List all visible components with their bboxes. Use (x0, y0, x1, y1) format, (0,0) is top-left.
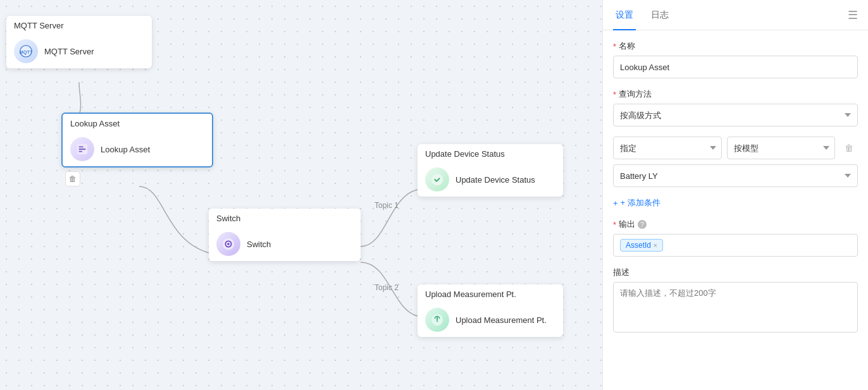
name-label: * 名称 (613, 40, 858, 52)
mqtt-icon: MQTT (14, 39, 38, 63)
tab-settings[interactable]: 设置 (613, 0, 636, 30)
svg-rect-3 (79, 146, 84, 147)
delete-lookup-button[interactable]: 🗑 (65, 171, 80, 186)
lookup-icon (70, 137, 94, 161)
svg-point-9 (431, 174, 443, 185)
desc-section: 描述 (613, 267, 858, 335)
add-condition-icon: + (613, 198, 618, 208)
output-label-text: 输出 (619, 219, 635, 230)
output-tag-text: AssetId (626, 241, 651, 250)
output-label: * 输出 ? (613, 219, 858, 230)
output-section: * 输出 ? AssetId × (613, 219, 858, 257)
tab-logs[interactable]: 日志 (648, 0, 671, 30)
node-lookup[interactable]: Lookup Asset Lookup Asset 🗑 (61, 113, 213, 168)
topic-label-2: Topic 2 (375, 283, 399, 292)
model-select[interactable]: 按模型 按名称 (727, 137, 836, 159)
node-mqtt-label: MQTT Server (44, 47, 94, 56)
add-condition-button[interactable]: + + 添加条件 (613, 197, 858, 209)
node-upload-label: Upload Measurement Pt. (456, 315, 547, 325)
node-update-label: Update Device Status (456, 175, 535, 185)
add-condition-label: + 添加条件 (621, 197, 660, 209)
query-label-text: 查询方法 (619, 88, 652, 100)
name-section: * 名称 (613, 40, 858, 78)
node-update[interactable]: Update Device Status Update Device Statu… (418, 144, 563, 197)
svg-point-8 (227, 243, 230, 245)
menu-icon[interactable]: ☰ (848, 8, 858, 22)
node-lookup-header: Lookup Asset (63, 114, 212, 132)
output-tag: AssetId × (620, 239, 663, 252)
svg-rect-5 (79, 151, 83, 152)
node-switch-label: Switch (247, 240, 271, 249)
output-field[interactable]: AssetId × (613, 234, 858, 257)
output-required-star: * (613, 220, 616, 229)
delete-row-button[interactable]: 🗑 (840, 139, 858, 157)
query-required-star: * (613, 90, 616, 99)
desc-label: 描述 (613, 267, 858, 278)
name-required-star: * (613, 42, 616, 51)
node-upload[interactable]: Upload Measurement Pt. Upload Measuremen… (418, 284, 563, 337)
desc-textarea[interactable] (613, 282, 858, 332)
specify-select[interactable]: 指定 全部 (613, 137, 722, 159)
node-switch[interactable]: Switch Switch (209, 209, 361, 261)
upload-icon (425, 308, 449, 332)
panel-content: * 名称 * 查询方法 按高级方式 按简单方式 指定 全部 (603, 30, 868, 390)
node-mqtt-header: MQTT Server (6, 16, 152, 34)
specify-section: 指定 全部 按模型 按名称 🗑 Battery LY Other (613, 137, 858, 187)
node-upload-header: Upload Measurement Pt. (418, 284, 563, 303)
name-label-text: 名称 (619, 40, 635, 52)
panel-tabs: 设置 日志 ☰ (603, 0, 868, 30)
node-update-header: Update Device Status (418, 144, 563, 162)
query-section: * 查询方法 按高级方式 按简单方式 (613, 88, 858, 126)
canvas-area: Topic 1 Topic 2 MQTT Server MQTT MQTT Se… (0, 0, 602, 390)
node-lookup-label: Lookup Asset (101, 145, 150, 154)
svg-text:MQTT: MQTT (20, 49, 33, 55)
query-label: * 查询方法 (613, 88, 858, 100)
node-switch-header: Switch (209, 209, 361, 227)
battery-select[interactable]: Battery LY Other (613, 164, 858, 187)
query-select[interactable]: 按高级方式 按简单方式 (613, 104, 858, 126)
name-input[interactable] (613, 56, 858, 78)
output-tag-close[interactable]: × (654, 242, 657, 249)
right-panel: 设置 日志 ☰ * 名称 * 查询方法 按高级方式 按简单方式 (602, 0, 868, 390)
update-icon (425, 168, 449, 192)
topic-label-1: Topic 1 (375, 201, 399, 210)
node-mqtt[interactable]: MQTT Server MQTT MQTT Server (6, 16, 152, 68)
svg-rect-4 (79, 149, 86, 150)
output-help-icon[interactable]: ? (638, 220, 647, 229)
switch-icon (216, 232, 240, 256)
